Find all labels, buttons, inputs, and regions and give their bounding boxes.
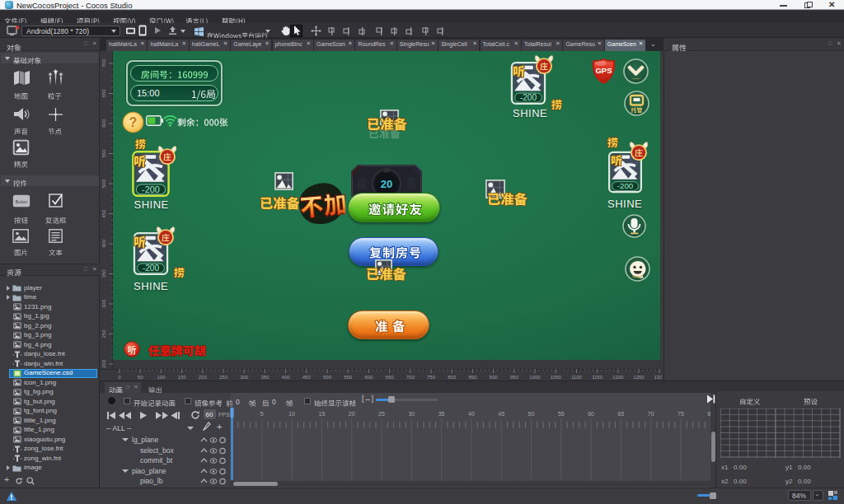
svg-text:70: 70: [648, 411, 654, 417]
svg-text:500: 500: [323, 375, 332, 380]
svg-text:250: 250: [219, 375, 228, 380]
svg-text:10: 10: [288, 411, 295, 417]
svg-text:15: 15: [319, 411, 326, 417]
svg-text:600: 600: [364, 375, 373, 380]
svg-text:350: 350: [260, 375, 270, 380]
svg-text:450: 450: [302, 375, 312, 380]
svg-text:45: 45: [498, 411, 504, 417]
svg-text:?: ?: [129, 115, 138, 129]
svg-text:5: 5: [260, 411, 264, 417]
svg-text:600: 600: [101, 119, 106, 128]
svg-text:300: 300: [101, 299, 106, 308]
svg-text:GPS: GPS: [595, 66, 612, 75]
svg-text:1250: 1250: [633, 375, 645, 380]
svg-text:35: 35: [438, 411, 445, 417]
svg-text:65: 65: [618, 411, 625, 417]
svg-text:800: 800: [448, 375, 457, 380]
svg-text:20: 20: [349, 411, 355, 417]
svg-text:1000: 1000: [529, 375, 541, 380]
svg-text:950: 950: [510, 375, 519, 380]
svg-text:55: 55: [558, 411, 565, 417]
svg-text:20: 20: [381, 178, 392, 190]
svg-text:350: 350: [101, 269, 106, 278]
svg-text:650: 650: [101, 89, 106, 98]
svg-text:750: 750: [427, 375, 436, 380]
svg-text:-200: -200: [617, 181, 634, 190]
svg-text:400: 400: [282, 375, 291, 380]
svg-text:700: 700: [101, 58, 106, 68]
svg-text:75: 75: [678, 411, 684, 417]
svg-text:-200: -200: [143, 264, 160, 273]
svg-text:250: 250: [101, 329, 106, 338]
svg-text:150: 150: [178, 375, 187, 380]
svg-text:400: 400: [101, 239, 106, 248]
svg-text:300: 300: [240, 375, 249, 380]
svg-text:30: 30: [408, 411, 415, 417]
svg-text:550: 550: [101, 149, 106, 158]
svg-text:60: 60: [588, 411, 594, 417]
svg-text:200: 200: [199, 375, 208, 380]
svg-text:1100: 1100: [571, 375, 583, 380]
svg-text:1200: 1200: [612, 375, 624, 380]
svg-text:-200: -200: [142, 184, 160, 194]
svg-text:1300: 1300: [654, 375, 662, 380]
svg-text:-200: -200: [520, 93, 537, 102]
svg-text:450: 450: [101, 209, 106, 218]
svg-text:0: 0: [118, 375, 121, 380]
svg-text:850: 850: [468, 375, 477, 380]
svg-text:500: 500: [101, 179, 106, 188]
svg-text:1050: 1050: [551, 375, 562, 380]
svg-text:50: 50: [528, 411, 535, 417]
svg-text:100: 100: [157, 375, 166, 380]
svg-text:Button: Button: [16, 199, 28, 204]
svg-text:1150: 1150: [592, 375, 603, 380]
svg-text:650: 650: [386, 375, 395, 380]
svg-text:40: 40: [468, 411, 475, 417]
svg-text:200: 200: [101, 359, 106, 368]
svg-text:550: 550: [344, 375, 353, 380]
svg-text:700: 700: [406, 375, 415, 380]
svg-text:50: 50: [138, 375, 143, 380]
svg-text:25: 25: [378, 411, 385, 417]
svg-text:900: 900: [490, 375, 499, 380]
